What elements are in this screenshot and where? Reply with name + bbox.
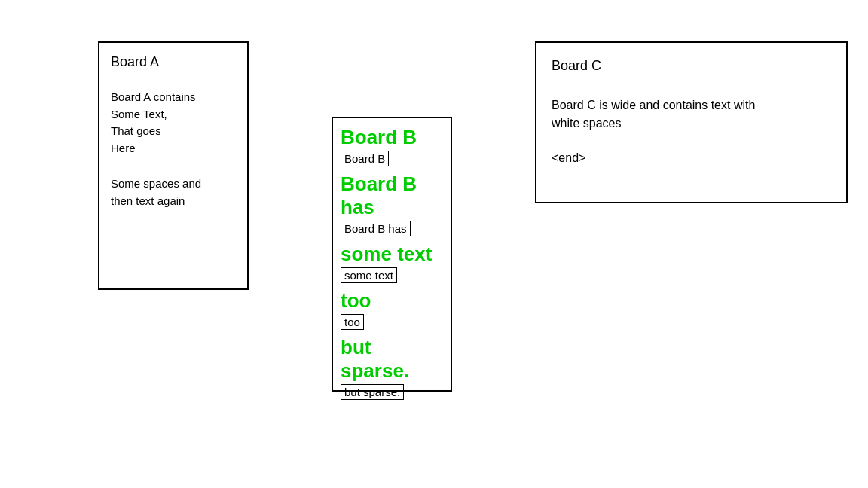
board-a-title: Board A (111, 54, 236, 70)
board-b-text-large: some text (341, 242, 443, 266)
board-c-title: Board C (552, 58, 831, 74)
board-b-too-boxed: too (341, 314, 364, 330)
board-a: Board A Board A containsSome Text,That g… (98, 41, 249, 290)
board-b-title-large: Board B (341, 126, 443, 149)
board-c-end: <end> (552, 151, 831, 165)
board-b-title-boxed: Board B (341, 151, 389, 166)
board-b-text-boxed: some text (341, 267, 397, 283)
board-b: Board B Board B Board B has Board B has … (332, 117, 452, 392)
board-b-sparse-large: but sparse. (341, 336, 443, 383)
board-a-content2: Some spaces andthen text again (111, 175, 236, 209)
board-c: Board C Board C is wide and contains tex… (535, 41, 848, 203)
board-b-subtitle-boxed: Board B has (341, 221, 411, 236)
board-b-sparse-boxed: but sparse. (341, 384, 404, 400)
board-b-subtitle-large: Board B has (341, 172, 443, 219)
board-c-content: Board C is wide and contains text withwh… (552, 96, 831, 133)
board-a-content: Board A containsSome Text,That goesHere (111, 89, 236, 157)
board-b-too-large: too (341, 289, 443, 313)
